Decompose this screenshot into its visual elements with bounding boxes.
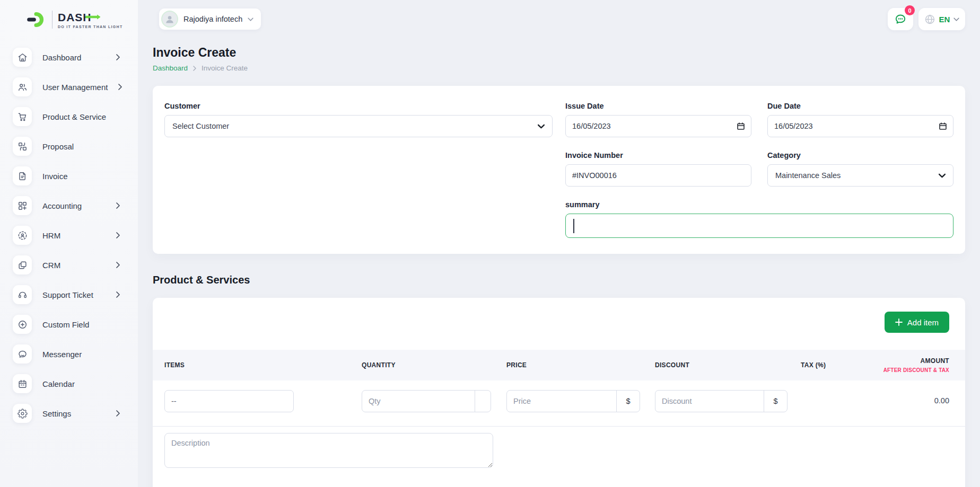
sidebar-item-messenger[interactable]: Messenger [0, 339, 138, 369]
price-input-group: $ [506, 390, 640, 412]
brand-logo[interactable]: DASH DO IT FASTER THAN LIGHT [0, 0, 138, 29]
col-header-items: ITEMS [164, 361, 362, 369]
category-select-value: Maintenance Sales [775, 171, 841, 180]
topbar: Rajodiya infotech 0 EN [138, 0, 980, 32]
sidebar-item-support-ticket[interactable]: Support Ticket [0, 280, 138, 309]
chevron-right-icon [116, 262, 120, 268]
crm-icon [13, 255, 32, 275]
plus-icon [895, 318, 903, 326]
category-select[interactable]: Maintenance Sales [767, 164, 953, 187]
description-textarea[interactable] [164, 433, 493, 468]
sidebar-item-label: HRM [42, 231, 60, 240]
notifications-button[interactable]: 0 [888, 8, 913, 30]
text-caret [573, 219, 574, 233]
chevron-right-icon [116, 232, 120, 238]
home-icon [13, 48, 32, 67]
chevron-right-icon [116, 54, 120, 60]
sidebar-item-calendar[interactable]: Calendar [0, 369, 138, 399]
cart-icon [13, 107, 32, 126]
due-date-label: Due Date [767, 102, 953, 110]
discount-currency: $ [764, 391, 787, 412]
discount-input[interactable] [655, 391, 764, 412]
sidebar-item-accounting[interactable]: Accounting [0, 191, 138, 220]
item-select[interactable]: -- [164, 390, 294, 412]
due-date-input[interactable] [767, 115, 953, 137]
chat-bubble-icon [13, 344, 32, 364]
accounting-icon [13, 196, 32, 215]
proposal-icon [13, 137, 32, 156]
price-input[interactable] [507, 391, 616, 412]
app-root: DASH DO IT FASTER THAN LIGHT Dashboard [0, 0, 980, 487]
sidebar-item-label: Product & Service [42, 112, 106, 121]
logo-arrow-icon [85, 14, 101, 20]
item-row: -- $ [153, 380, 965, 427]
workspace-name: Rajodiya infotech [183, 15, 242, 23]
col-header-discount: DISCOUNT [655, 361, 801, 369]
language-code: EN [939, 15, 950, 24]
sidebar-item-settings[interactable]: Settings [0, 399, 138, 428]
sidebar-item-hrm[interactable]: HRM [0, 220, 138, 250]
sidebar-item-proposal[interactable]: Proposal [0, 131, 138, 161]
discount-input-group: $ [655, 390, 788, 412]
summary-textarea[interactable] [565, 214, 953, 238]
hrm-icon [13, 226, 32, 245]
invoice-number-input[interactable] [565, 164, 751, 187]
breadcrumb-current: Invoice Create [202, 64, 248, 72]
sidebar-item-custom-field[interactable]: Custom Field [0, 309, 138, 339]
sidebar-item-invoice[interactable]: Invoice [0, 161, 138, 191]
breadcrumb-dashboard-link[interactable]: Dashboard [153, 64, 188, 72]
chevron-down-icon [538, 124, 545, 129]
breadcrumb: Dashboard Invoice Create [153, 64, 965, 72]
sidebar-item-label: Settings [42, 409, 71, 418]
sidebar-item-label: Calendar [42, 379, 75, 388]
sidebar-item-product-service[interactable]: Product & Service [0, 102, 138, 131]
sidebar-item-label: CRM [42, 261, 60, 270]
quantity-input[interactable] [362, 391, 475, 412]
add-item-button[interactable]: Add item [885, 312, 949, 333]
message-icon [894, 13, 907, 25]
sidebar-item-dashboard[interactable]: Dashboard [0, 42, 138, 72]
invoice-form-card: Customer Select Customer Issue Date [153, 86, 965, 254]
sidebar-item-label: Messenger [42, 350, 82, 359]
sidebar-item-user-management[interactable]: User Management [0, 72, 138, 102]
language-selector[interactable]: EN [918, 8, 965, 30]
chevron-right-icon [193, 66, 196, 71]
customer-select-value: Select Customer [172, 122, 229, 130]
headphones-icon [13, 285, 32, 304]
products-section-title: Product & Services [153, 274, 965, 286]
sidebar-item-label: Accounting [42, 201, 82, 210]
workspace-selector[interactable]: Rajodiya infotech [159, 8, 261, 30]
notification-badge: 0 [905, 5, 915, 15]
chevron-right-icon [116, 410, 120, 417]
sidebar-item-label: Custom Field [42, 320, 89, 329]
products-table-card: Add item ITEMS QUANTITY PRICE DISCOUNT T… [153, 298, 965, 487]
summary-label: summary [565, 200, 953, 209]
page-title: Invoice Create [153, 46, 965, 60]
sidebar-item-label: Dashboard [42, 53, 81, 62]
col-header-amount: AMOUNT AFTER DISCOUNT & TAX [880, 356, 949, 374]
sidebar-item-crm[interactable]: CRM [0, 250, 138, 280]
amount-subheader: AFTER DISCOUNT & TAX [880, 366, 949, 375]
sidebar-menu: Dashboard User Management Product & Serv… [0, 42, 138, 428]
logo-divider [52, 11, 52, 29]
brand-mark-icon [27, 11, 47, 28]
amount-value: 0.00 [880, 390, 949, 405]
brand-tagline: DO IT FASTER THAN LIGHT [58, 25, 122, 29]
sidebar-item-label: Invoice [42, 172, 68, 181]
quantity-unit-box [475, 391, 491, 412]
sidebar-item-label: Support Ticket [42, 290, 93, 299]
col-header-price: PRICE [506, 361, 655, 369]
chevron-right-icon [116, 291, 120, 298]
col-header-tax: TAX (%) [801, 361, 880, 369]
chevron-down-icon [248, 17, 253, 21]
sidebar-item-label: User Management [42, 83, 108, 92]
invoice-document-icon [13, 166, 32, 185]
users-icon [13, 77, 32, 96]
chevron-right-icon [118, 84, 122, 90]
plus-circle-icon [13, 315, 32, 334]
gear-icon [13, 404, 32, 423]
customer-select[interactable]: Select Customer [164, 115, 553, 137]
sidebar-item-label: Proposal [42, 142, 74, 151]
chevron-down-icon [953, 17, 959, 21]
issue-date-input[interactable] [565, 115, 751, 137]
